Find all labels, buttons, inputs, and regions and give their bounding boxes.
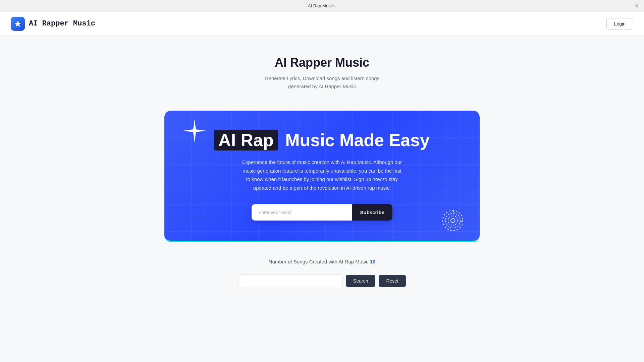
brand-logo-icon: [11, 17, 25, 31]
stats-text: Number of Songs Created with AI Rap Musi…: [269, 259, 376, 264]
search-section: Search Reset: [238, 275, 406, 287]
browser-title: AI Rap Music ·: [308, 3, 336, 8]
brand: AI Rapper Music: [11, 17, 95, 31]
subtitle-line1: Generate Lyrics, Download songs and list…: [265, 75, 379, 81]
subscribe-button[interactable]: Subscribe: [352, 204, 392, 221]
navbar: AI Rapper Music Login: [0, 12, 644, 36]
browser-close-button[interactable]: ×: [635, 2, 639, 9]
hero-headline-rest: Music Made Easy: [280, 130, 430, 150]
subtitle-line2: generated by AI Rapper Music: [288, 83, 356, 89]
page-subtitle: Generate Lyrics, Download songs and list…: [265, 74, 379, 90]
hero-card-content: AI Rap Music Made Easy Experience the fu…: [181, 131, 463, 221]
stats-count: 10: [370, 259, 376, 264]
browser-bar: AI Rap Music · ×: [0, 0, 644, 12]
main-content: AI Rapper Music Generate Lyrics, Downloa…: [0, 36, 644, 301]
hero-description: Experience the future of music creation …: [241, 158, 402, 192]
hero-headline: AI Rap Music Made Easy: [214, 131, 430, 150]
reset-button[interactable]: Reset: [379, 275, 406, 287]
search-button[interactable]: Search: [346, 275, 375, 287]
stats-section: Number of Songs Created with AI Rap Musi…: [269, 259, 376, 264]
svg-point-0: [16, 22, 19, 25]
hero-card: AI Rap Music Made Easy Experience the fu…: [164, 111, 480, 242]
brand-name-label: AI Rapper Music: [29, 19, 95, 28]
page-title: AI Rapper Music: [275, 56, 369, 70]
search-input[interactable]: [238, 275, 342, 287]
hero-headline-highlight: AI Rap: [214, 130, 278, 150]
email-input[interactable]: [252, 204, 352, 221]
email-form: Subscribe: [252, 204, 392, 221]
login-button[interactable]: Login: [606, 18, 633, 29]
stats-prefix: Number of Songs Created with AI Rap Musi…: [269, 259, 369, 264]
